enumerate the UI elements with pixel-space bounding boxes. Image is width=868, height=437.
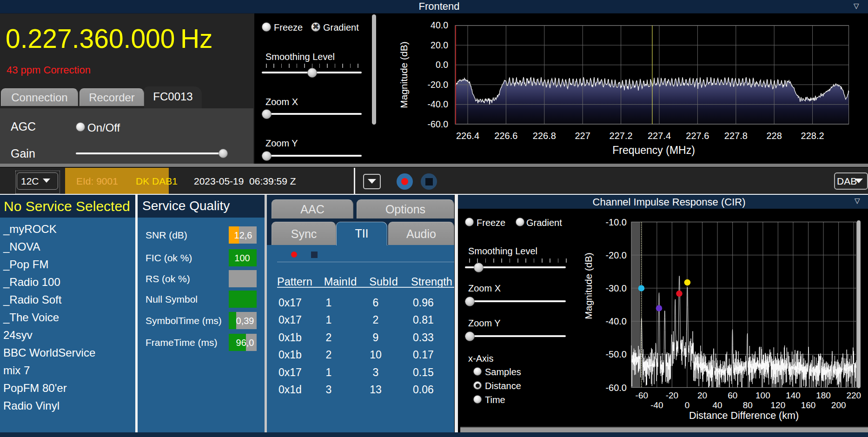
svg-text:-60.0: -60.0 [428,119,449,129]
svg-text:227.4: 227.4 [648,131,671,141]
svg-text:200: 200 [831,400,846,410]
svg-text:227.2: 227.2 [610,131,633,141]
svg-text:227.6: 227.6 [686,131,709,141]
svg-text:-40.0: -40.0 [428,99,449,109]
svg-text:226.6: 226.6 [494,131,517,141]
svg-text:120: 120 [771,400,786,410]
svg-text:-10.0: -10.0 [605,217,627,227]
svg-text:227: 227 [575,131,590,141]
svg-text:Magnitude (dB): Magnitude (dB) [398,41,409,108]
svg-text:100: 100 [755,391,770,400]
svg-text:227.8: 227.8 [724,131,748,141]
svg-text:228: 228 [767,131,782,141]
svg-text:-60.0: -60.0 [605,383,627,393]
svg-text:-40: -40 [650,400,663,410]
svg-text:-30.0: -30.0 [605,283,627,293]
svg-text:160: 160 [801,400,816,410]
svg-text:Distance Difference (km): Distance Difference (km) [689,410,799,421]
svg-text:-20: -20 [666,391,678,400]
svg-text:-40.0: -40.0 [605,316,627,326]
svg-text:Magnitude (dB): Magnitude (dB) [583,252,594,319]
svg-text:20.0: 20.0 [431,40,448,50]
svg-text:-50.0: -50.0 [605,349,627,359]
svg-text:-20.0: -20.0 [428,79,449,90]
svg-text:180: 180 [816,391,831,400]
svg-text:-20.0: -20.0 [605,250,627,260]
svg-text:40: 40 [713,400,722,410]
svg-text:140: 140 [786,391,801,400]
svg-text:220: 220 [846,391,861,400]
svg-text:0: 0 [685,400,690,410]
svg-text:60: 60 [728,391,737,400]
svg-text:0.0: 0.0 [436,60,448,70]
svg-text:228.2: 228.2 [801,131,824,141]
svg-text:226.8: 226.8 [533,131,556,141]
svg-text:40.0: 40.0 [431,20,448,30]
svg-text:80: 80 [743,400,753,410]
svg-text:20: 20 [697,391,707,400]
svg-text:Frequency (MHz): Frequency (MHz) [612,144,695,156]
svg-text:226.4: 226.4 [456,131,479,141]
svg-text:-60: -60 [636,391,648,400]
